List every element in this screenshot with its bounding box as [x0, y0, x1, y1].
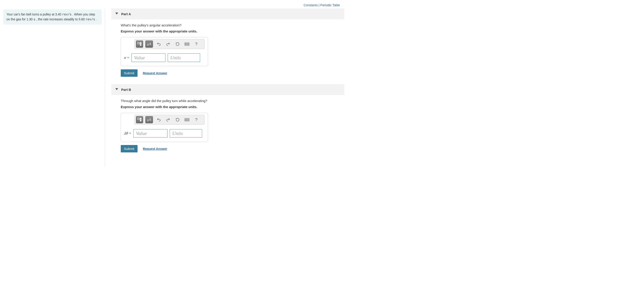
variable-label: Δθ = — [124, 131, 131, 135]
instruction-text: Express your answer with the appropriate… — [121, 105, 344, 109]
undo-icon — [157, 42, 161, 46]
redo-icon — [166, 42, 170, 46]
value-input[interactable] — [132, 54, 166, 62]
question-text: What's the pulley's angular acceleration… — [121, 23, 344, 27]
redo-icon — [166, 118, 170, 122]
constants-link[interactable]: Constants — [304, 3, 318, 7]
left-column: Your car's fan belt turns a pulley at 3.… — [0, 9, 105, 167]
help-button[interactable]: ? — [193, 116, 200, 123]
undo-button[interactable] — [155, 116, 162, 123]
svg-rect-1 — [140, 42, 141, 44]
mua-label: µÅ — [147, 118, 151, 122]
keyboard-button[interactable] — [183, 41, 190, 48]
request-answer-link[interactable]: Request Answer — [143, 147, 167, 151]
problem-text: , the rate increases steadily to 5.60 — [35, 18, 86, 21]
keyboard-icon — [184, 43, 190, 46]
variable-label: α = — [124, 56, 129, 60]
keyboard-button[interactable] — [183, 116, 190, 123]
part-label: Part A — [121, 12, 131, 16]
right-column: Part A What's the pulley's angular accel… — [105, 9, 344, 167]
part-a-header: Part A — [111, 9, 344, 19]
collapse-icon[interactable] — [116, 88, 118, 90]
problem-text: Your car's fan belt turns a pulley at 3.… — [6, 13, 62, 16]
fraction-template-button[interactable] — [136, 41, 143, 48]
units-input[interactable] — [170, 129, 202, 138]
answer-row: Δθ = — [121, 129, 208, 138]
toolbar: µÅ ? — [134, 39, 204, 49]
part-a-body: What's the pulley's angular acceleration… — [105, 19, 344, 82]
value-input[interactable] — [134, 129, 168, 138]
submit-button[interactable]: Submit — [121, 69, 138, 77]
problem-statement: Your car's fan belt turns a pulley at 3.… — [3, 10, 102, 25]
part-label: Part B — [121, 88, 131, 92]
problem-unit: rev/s — [86, 18, 95, 21]
reset-button[interactable] — [174, 41, 181, 48]
answer-box: µÅ ? α = — [121, 37, 208, 66]
units-input[interactable] — [168, 54, 200, 62]
main-layout: Your car's fan belt turns a pulley at 3.… — [0, 9, 344, 167]
redo-button[interactable] — [164, 41, 172, 48]
undo-icon — [157, 118, 161, 122]
svg-rect-2 — [140, 44, 141, 46]
svg-rect-0 — [138, 43, 139, 44]
submit-button[interactable]: Submit — [121, 145, 138, 152]
svg-rect-5 — [140, 118, 141, 119]
units-symbols-button[interactable]: µÅ — [145, 116, 153, 123]
answer-row: α = — [121, 54, 208, 62]
svg-rect-6 — [140, 120, 141, 121]
mua-label: µÅ — [147, 42, 151, 46]
keyboard-icon — [184, 118, 190, 121]
help-button[interactable]: ? — [193, 41, 200, 48]
request-answer-link[interactable]: Request Answer — [143, 71, 167, 75]
collapse-icon[interactable] — [116, 13, 118, 15]
undo-button[interactable] — [155, 41, 162, 48]
answer-box: µÅ ? Δθ = — [121, 113, 208, 142]
periodic-table-link[interactable]: Periodic Table — [320, 3, 340, 7]
reset-icon — [176, 118, 180, 122]
separator: | — [318, 3, 320, 7]
redo-button[interactable] — [164, 116, 172, 123]
instruction-text: Express your answer with the appropriate… — [121, 29, 344, 33]
reset-button[interactable] — [174, 116, 181, 123]
problem-unit: rev/s — [62, 13, 72, 16]
problem-text: . — [95, 18, 97, 21]
units-symbols-button[interactable]: µÅ — [145, 41, 153, 48]
fraction-icon — [137, 117, 142, 122]
svg-rect-4 — [138, 118, 139, 120]
problem-unit: s — [34, 18, 35, 21]
part-b-body: Through what angle did the pulley turn w… — [105, 95, 344, 158]
toolbar: µÅ ? — [134, 115, 204, 125]
submit-row: Submit Request Answer — [121, 145, 344, 152]
top-links: Constants | Periodic Table — [0, 0, 344, 9]
reset-icon — [176, 42, 180, 46]
question-text: Through what angle did the pulley turn w… — [121, 99, 344, 103]
fraction-template-button[interactable] — [136, 116, 143, 123]
fraction-icon — [137, 42, 142, 47]
submit-row: Submit Request Answer — [121, 69, 344, 77]
part-b-header: Part B — [111, 84, 344, 95]
